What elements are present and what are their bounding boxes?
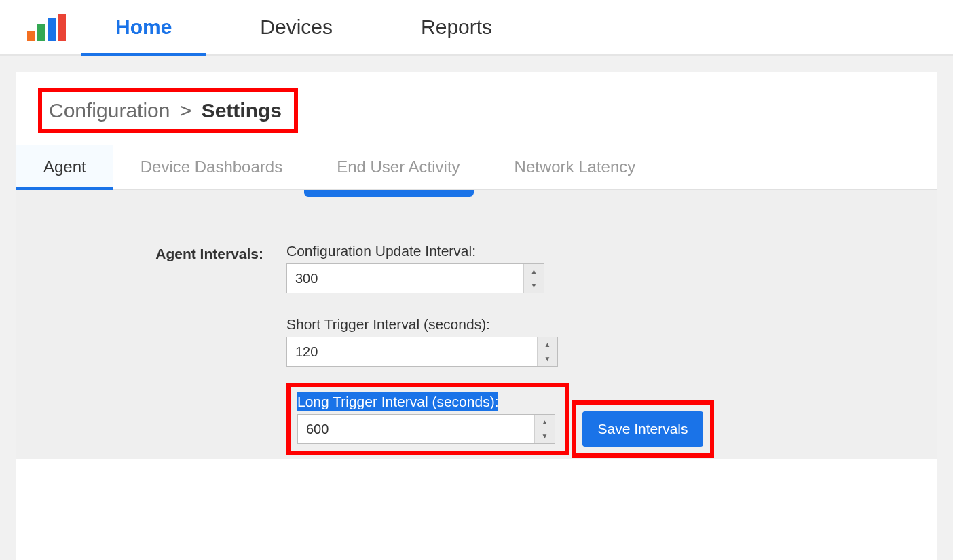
config-update-spinner[interactable]: ▲ ▼ [523,264,544,293]
long-trigger-spinner[interactable]: ▲ ▼ [534,415,555,443]
long-trigger-input[interactable] [298,415,534,443]
chevron-up-icon[interactable]: ▲ [535,415,555,429]
primary-nav: Home Devices Reports [115,0,492,55]
chevron-down-icon[interactable]: ▼ [524,278,544,293]
tab-network-latency[interactable]: Network Latency [487,145,663,189]
top-nav: Home Devices Reports [0,0,953,56]
config-update-input[interactable] [287,264,523,293]
form-col: Configuration Update Interval: ▲ ▼ Short… [284,190,937,459]
config-update-label: Configuration Update Interval: [286,243,937,259]
long-trigger-label-wrap: Long Trigger Interval (seconds): [297,394,555,410]
form-stack: Configuration Update Interval: ▲ ▼ Short… [284,220,937,459]
chevron-up-icon[interactable]: ▲ [538,337,557,352]
breadcrumb-row: Configuration > Settings [16,72,937,133]
settings-subtabs: Agent Device Dashboards End User Activit… [16,145,937,190]
nav-reports[interactable]: Reports [421,0,492,55]
short-trigger-input[interactable] [287,337,537,366]
chevron-down-icon[interactable]: ▼ [535,429,555,443]
nav-home[interactable]: Home [115,0,172,55]
nav-devices[interactable]: Devices [260,0,333,55]
page-body: Configuration > Settings Agent Device Da… [0,56,953,560]
save-intervals-button[interactable]: Save Intervals [582,411,703,447]
tab-device-dashboards[interactable]: Device Dashboards [113,145,310,189]
short-trigger-field[interactable]: ▲ ▼ [286,337,558,367]
tab-end-user-activity[interactable]: End User Activity [310,145,487,189]
breadcrumb: Configuration > Settings [49,99,282,122]
chevron-up-icon[interactable]: ▲ [524,264,544,278]
partial-button-sliver [304,190,474,197]
long-trigger-highlight: Long Trigger Interval (seconds): ▲ ▼ [286,383,569,455]
content-area: Agent Intervals: Configuration Update In… [16,190,937,459]
breadcrumb-parent[interactable]: Configuration [49,99,170,122]
chevron-down-icon[interactable]: ▼ [538,352,557,366]
short-trigger-label: Short Trigger Interval (seconds): [286,316,937,333]
long-trigger-label: Long Trigger Interval (seconds): [297,392,498,411]
tab-agent[interactable]: Agent [16,145,113,189]
breadcrumb-current: Settings [202,99,282,122]
breadcrumb-separator: > [180,99,192,122]
short-trigger-spinner[interactable]: ▲ ▼ [537,337,557,366]
long-trigger-field[interactable]: ▲ ▼ [297,414,555,444]
agent-intervals-label: Agent Intervals: [155,246,263,261]
section-label-col: Agent Intervals: [16,190,284,459]
config-update-field[interactable]: ▲ ▼ [286,263,544,293]
save-intervals-highlight: Save Intervals [572,400,713,458]
breadcrumb-highlight: Configuration > Settings [38,88,298,133]
logo-icon [27,14,68,41]
config-update-group: Configuration Update Interval: ▲ ▼ [286,243,937,293]
settings-card: Configuration > Settings Agent Device Da… [16,72,937,560]
short-trigger-group: Short Trigger Interval (seconds): ▲ ▼ [286,316,937,367]
